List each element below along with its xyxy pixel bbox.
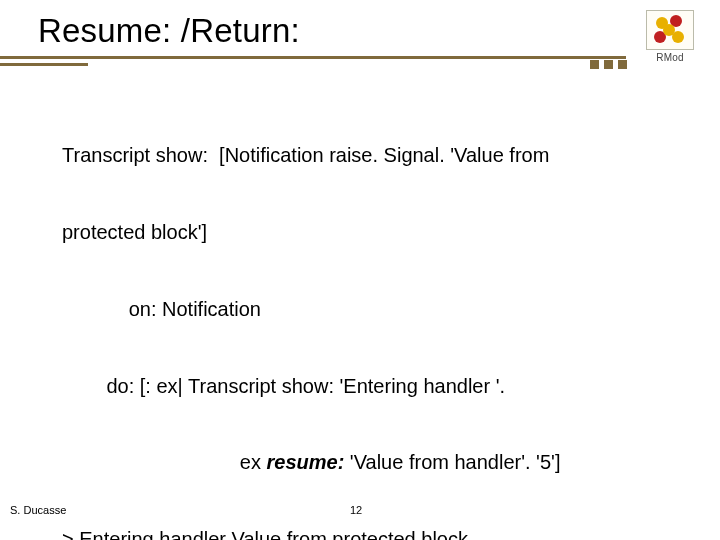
code-line: on: Notification [62,297,680,323]
emphasis-resume: resume: [267,451,345,473]
rmod-logo-icon [646,10,694,50]
slide-title: Resume: /Return: [38,12,630,50]
rmod-logo-label: RMod [638,52,702,63]
slide-body: Transcript show: [Notification raise. Si… [62,92,680,540]
output-line: > Entering handler Value from protected … [62,527,680,540]
slide: RMod Resume: /Return: Transcript show: [… [0,0,720,540]
footer-page-number: 12 [350,504,362,516]
code-block-resume: Transcript show: [Notification raise. Si… [62,92,680,540]
code-line: ex resume: 'Value from handler'. '5'] [62,450,680,476]
title-area: Resume: /Return: [38,12,630,70]
code-line: protected block'] [62,220,680,246]
svg-point-5 [672,31,684,43]
rmod-logo: RMod [638,10,702,63]
footer-author: S. Ducasse [10,504,66,516]
code-line: do: [: ex| Transcript show: 'Entering ha… [62,374,680,400]
code-line: Transcript show: [Notification raise. Si… [62,143,680,169]
title-underline [38,56,630,70]
